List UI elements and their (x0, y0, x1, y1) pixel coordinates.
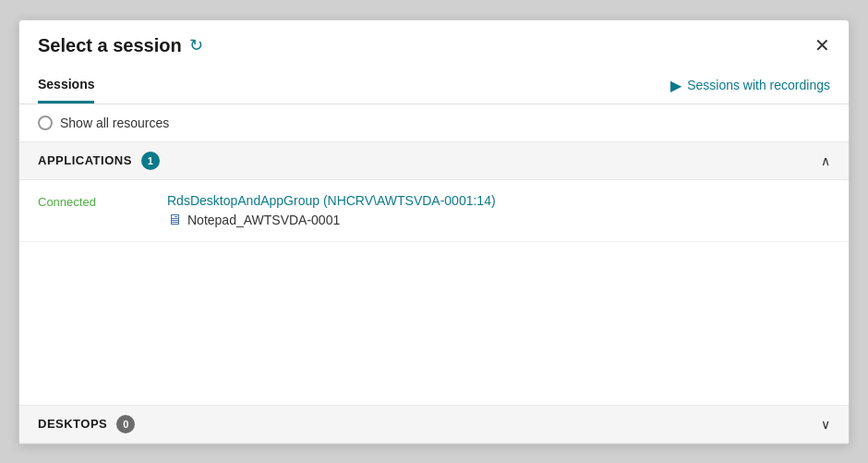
sessions-with-recordings-button[interactable]: ▶ Sessions with recordings (670, 77, 830, 94)
recording-icon: ▶ (670, 77, 681, 94)
desktops-title: DESKTOPS (38, 417, 107, 431)
session-info: RdsDesktopAndAppGroup (NHCRV\AWTSVDA-000… (167, 193, 496, 228)
content-spacer (19, 242, 849, 405)
modal-title: Select a session (38, 35, 182, 56)
desktops-section: DESKTOPS 0 ∨ (19, 405, 849, 444)
applications-title-group: APPLICATIONS 1 (38, 152, 160, 170)
show-all-label: Show all resources (60, 116, 169, 130)
applications-section-header[interactable]: APPLICATIONS 1 ∧ (19, 141, 849, 180)
monitor-icon: 🖥 (167, 212, 182, 228)
close-icon[interactable]: ✕ (814, 36, 830, 55)
tab-sessions[interactable]: Sessions (38, 67, 94, 104)
recordings-label: Sessions with recordings (687, 78, 830, 92)
desktops-section-header[interactable]: DESKTOPS 0 ∨ (19, 405, 849, 444)
modal-title-area: Select a session ↻ (38, 35, 203, 56)
applications-title: APPLICATIONS (38, 153, 132, 167)
session-link[interactable]: RdsDesktopAndAppGroup (NHCRV\AWTSVDA-000… (167, 193, 496, 208)
applications-chevron-icon: ∧ (821, 153, 830, 168)
tabs-bar: Sessions ▶ Sessions with recordings (19, 67, 849, 104)
show-all-resources-row: Show all resources (19, 104, 849, 141)
session-app-name: Notepad_AWTSVDA-0001 (187, 213, 340, 227)
session-app-row: 🖥 Notepad_AWTSVDA-0001 (167, 212, 496, 228)
select-session-modal: Select a session ↻ ✕ Sessions ▶ Sessions… (18, 19, 850, 445)
modal-header: Select a session ↻ ✕ (19, 20, 849, 67)
refresh-icon[interactable]: ↻ (189, 35, 203, 55)
session-row: Connected RdsDesktopAndAppGroup (NHCRV\A… (19, 180, 849, 242)
session-status: Connected (38, 193, 112, 209)
applications-section: APPLICATIONS 1 ∧ Connected RdsDesktopAnd… (19, 141, 849, 242)
applications-count-badge: 1 (141, 152, 160, 170)
desktops-chevron-icon: ∨ (821, 417, 830, 432)
show-all-radio[interactable] (38, 116, 53, 130)
desktops-count-badge: 0 (116, 415, 135, 433)
desktops-title-group: DESKTOPS 0 (38, 415, 135, 433)
